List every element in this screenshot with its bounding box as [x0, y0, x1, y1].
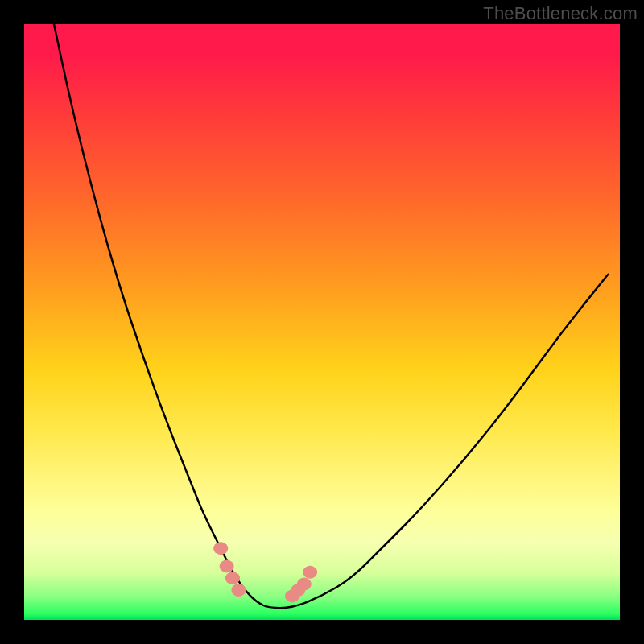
- watermark-text: TheBottleneck.com: [483, 3, 638, 24]
- marker-dash: [213, 543, 228, 554]
- bottleneck-curve-path: [54, 24, 608, 608]
- plot-area: [24, 24, 620, 620]
- marker-dash: [220, 560, 234, 572]
- marker-dash: [231, 584, 246, 596]
- curve-markers: [213, 542, 317, 602]
- chart-frame: TheBottleneck.com: [0, 0, 644, 644]
- marker-dash: [225, 572, 240, 584]
- bottleneck-curve-svg: [24, 24, 620, 620]
- marker-dash: [303, 567, 317, 578]
- marker-dash: [297, 579, 312, 590]
